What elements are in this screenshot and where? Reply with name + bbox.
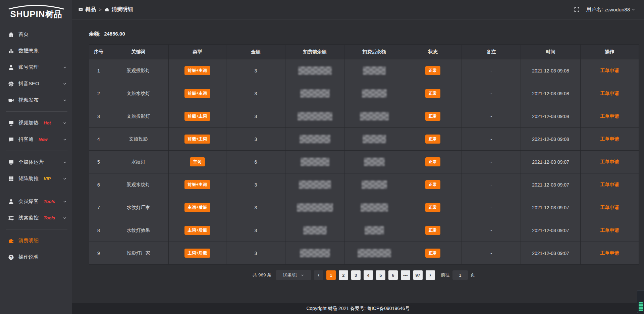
cell-keyword: 景观水纹灯 xyxy=(108,173,169,196)
cell-status: 正常 xyxy=(404,105,462,128)
status-badge: 正常 xyxy=(425,226,440,235)
fullscreen-icon[interactable] xyxy=(574,7,580,12)
logo-cn: 树品 xyxy=(45,9,62,19)
topbar-right: 用户名: zswodun88 xyxy=(574,6,635,13)
sidebar-item-video-heat[interactable]: 视频加热Hot xyxy=(0,115,72,131)
svg-text:?: ? xyxy=(10,255,12,259)
page-button-3[interactable]: 3 xyxy=(351,270,361,280)
brand-logo: SHUPIN树品 xyxy=(0,0,72,21)
masked-balance-before xyxy=(300,89,330,98)
sidebar-divider xyxy=(6,151,67,151)
table-row: 4文旅投影前缀+主词3正常-2021-12-03 09:08工单申请 xyxy=(89,128,639,151)
copyright-text: Copyright 树品 2021 备案号: 粤ICP备09019646号 xyxy=(306,306,410,312)
cell-remark: - xyxy=(462,128,521,151)
sidebar-item-tag: New xyxy=(39,137,48,142)
type-badge: 主词 xyxy=(190,157,205,166)
cell-remark: - xyxy=(462,219,521,242)
breadcrumb-item-shupin[interactable]: 树品 xyxy=(78,6,96,13)
page-size-value: 10条/页 xyxy=(282,272,297,278)
page-button-5[interactable]: 5 xyxy=(376,270,385,280)
work-order-link[interactable]: 工单申请 xyxy=(600,205,619,210)
sidebar-item-label: 操作说明 xyxy=(18,254,39,260)
cell-action: 工单申请 xyxy=(581,242,639,265)
table-row: 7水纹灯厂家主词+后缀3正常-2021-12-03 09:07工单申请 xyxy=(89,196,639,219)
sidebar-item-lead-monitor[interactable]: 线索监控Tools xyxy=(0,210,72,226)
page-button-97[interactable]: 97 xyxy=(413,270,423,280)
sidebar-item-media-operation[interactable]: 全媒体运营 xyxy=(0,154,72,170)
page-buttons: 123456•••97 xyxy=(326,270,423,280)
cell-time: 2021-12-03 09:08 xyxy=(521,59,581,82)
screen-icon xyxy=(8,120,14,126)
cell-index: 5 xyxy=(89,151,108,173)
sidebar-item-home[interactable]: 首页 xyxy=(0,26,72,43)
cell-remark: - xyxy=(462,242,521,265)
page-button-6[interactable]: 6 xyxy=(388,270,398,280)
work-order-link[interactable]: 工单申请 xyxy=(600,91,619,96)
work-order-link[interactable]: 工单申请 xyxy=(600,113,619,119)
work-order-link[interactable]: 工单申请 xyxy=(600,227,619,233)
sidebar-item-label: 全媒体运营 xyxy=(18,159,44,165)
sidebar-item-account-manage[interactable]: 账号管理 xyxy=(0,59,72,75)
cell-time: 2021-12-03 09:08 xyxy=(521,105,581,128)
app-window: SHUPIN树品 首页数据总览账号管理抖音SEO视频发布视频加热Hot抖客通Ne… xyxy=(0,0,644,314)
cell-amount: 3 xyxy=(226,59,285,82)
goto-page: 前往 页 xyxy=(441,270,475,280)
wallet-icon xyxy=(105,7,110,12)
mini-scrollbar-thumb[interactable] xyxy=(639,302,643,311)
sidebar-item-member-burst[interactable]: 会员爆客Tools xyxy=(0,193,72,210)
cell-remark: - xyxy=(462,105,521,128)
sidebar-item-douyin-seo[interactable]: 抖音SEO xyxy=(0,75,72,92)
prev-page-button[interactable]: ‹ xyxy=(314,270,323,280)
breadcrumb-item-consume-detail[interactable]: 消费明细 xyxy=(105,6,133,13)
cell-balance-after xyxy=(344,219,404,242)
page-button-1[interactable]: 1 xyxy=(326,270,336,280)
next-page-button[interactable]: › xyxy=(426,270,435,280)
consume-table: 序号关键词类型金额扣费前余额扣费后余额状态备注时间操作 1景观投影灯前缀+主词3… xyxy=(89,44,639,265)
type-badge: 主词+后缀 xyxy=(184,249,211,258)
page-button-2[interactable]: 2 xyxy=(339,270,348,280)
cell-status: 正常 xyxy=(404,59,462,82)
sidebar-item-video-publish[interactable]: 视频发布 xyxy=(0,92,72,108)
cell-balance-after xyxy=(344,196,404,219)
sliders-icon xyxy=(8,215,14,221)
sidebar-item-consume-detail[interactable]: 消费明细 xyxy=(0,232,72,249)
work-order-link[interactable]: 工单申请 xyxy=(600,159,619,164)
cell-balance-before xyxy=(285,59,344,82)
page-size-select[interactable]: 10条/页 xyxy=(276,270,311,280)
col-time: 时间 xyxy=(521,45,581,59)
cell-balance-before xyxy=(285,105,344,128)
col-balance-after: 扣费后余额 xyxy=(344,45,404,59)
cell-balance-after xyxy=(344,173,404,196)
cell-time: 2021-12-03 09:07 xyxy=(521,196,581,219)
username-label: 用户名: xyxy=(586,6,603,13)
status-badge: 正常 xyxy=(425,180,440,189)
monitor-icon xyxy=(8,159,14,165)
work-order-link[interactable]: 工单申请 xyxy=(600,182,619,187)
mini-scrollbar[interactable] xyxy=(637,290,644,313)
table-row: 9投影灯厂家主词+后缀3正常-2021-12-03 09:07工单申请 xyxy=(89,242,639,265)
table-header-row: 序号关键词类型金额扣费前余额扣费后余额状态备注时间操作 xyxy=(89,45,639,59)
chevron-down-icon xyxy=(63,65,67,69)
masked-balance-after xyxy=(364,158,385,166)
sidebar-item-matrix-boost[interactable]: 矩阵助推VIP xyxy=(0,170,72,187)
work-order-link[interactable]: 工单申请 xyxy=(600,68,619,73)
type-badge: 前缀+主词 xyxy=(184,66,211,75)
col-action: 操作 xyxy=(581,45,639,59)
sidebar-item-douketong[interactable]: 抖客通New xyxy=(0,131,72,148)
breadcrumb: 树品 > 消费明细 xyxy=(78,6,133,13)
cell-amount: 3 xyxy=(226,82,285,105)
page-button-4[interactable]: 4 xyxy=(364,270,373,280)
sidebar-item-data-overview[interactable]: 数据总览 xyxy=(0,43,72,59)
cell-balance-after xyxy=(344,105,404,128)
cell-amount: 6 xyxy=(226,151,285,173)
user-menu[interactable]: 用户名: zswodun88 xyxy=(586,6,635,13)
page-ellipsis-button[interactable]: ••• xyxy=(401,270,410,280)
username-value: zswodun88 xyxy=(604,7,630,12)
work-order-link[interactable]: 工单申请 xyxy=(600,136,619,142)
goto-page-input[interactable] xyxy=(452,270,468,280)
work-order-link[interactable]: 工单申请 xyxy=(600,250,619,256)
topbar: 树品 > 消费明细 用户名: zswodun88 xyxy=(72,0,644,19)
sidebar-item-operation-guide[interactable]: ?操作说明 xyxy=(0,249,72,265)
cell-action: 工单申请 xyxy=(581,173,639,196)
cell-type: 前缀+主词 xyxy=(169,173,226,196)
